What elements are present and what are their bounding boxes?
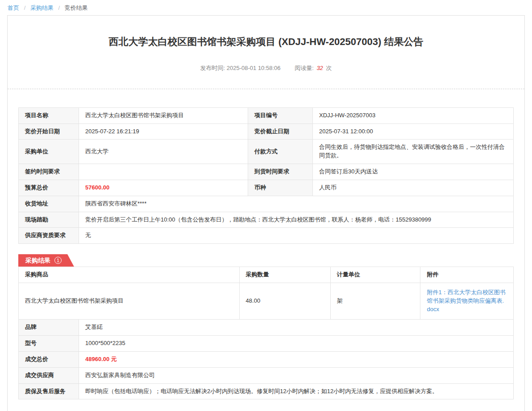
project-name-label: 项目名称: [19, 107, 79, 123]
result-badge-count: 1: [54, 257, 62, 264]
site-survey-value: 竞价开启后第三个工作日上午10:00（包含公告发布日），踏勘地点：西北大学太白校…: [79, 212, 514, 228]
views: 阅读量: 32 次: [295, 65, 332, 71]
project-number-value: XDJJ-HW-202507003: [313, 107, 514, 123]
table-row: 成交供应商 西安弘新家具制造有限公司: [19, 367, 514, 383]
breadcrumb-link-home[interactable]: 首页: [8, 4, 19, 11]
table-row: 采购单位 西北大学 付款方式 合同生效后，待货物到达指定地点、安装调试验收合格后…: [19, 140, 514, 164]
bid-start-date-label: 竞价开始日期: [19, 123, 79, 140]
signing-time-value: [79, 164, 248, 180]
purchasing-unit-label: 采购单位: [19, 140, 79, 164]
views-label: 阅读量:: [295, 65, 314, 71]
delivery-time-value: 合同签订后30天内送达: [313, 164, 514, 180]
procurement-result-table: 采购商品 采购数量 计量单位 附件 西北大学太白校区图书馆书架采购项目 48.0…: [18, 267, 514, 320]
breadcrumb-current-bidding-results: 竞价结果: [65, 4, 88, 11]
table-row: 品牌 艾基鍩: [19, 320, 514, 336]
attachment-cell: 附件1：西北大学太白校区图书馆书架采购货物类响应偏离表.docx: [420, 283, 514, 320]
table-row: 现场踏勘 竞价开启后第三个工作日上午10:00（包含公告发布日），踏勘地点：西北…: [19, 212, 514, 228]
currency-value: 人民币: [313, 180, 514, 196]
table-row: 西北大学太白校区图书馆书架采购项目 48.00 架 附件1：西北大学太白校区图书…: [19, 283, 514, 320]
views-unit: 次: [326, 65, 332, 71]
table-header-row: 采购商品 采购数量 计量单位 附件: [19, 267, 514, 283]
result-badge-label: 采购结果: [25, 256, 50, 264]
winning-supplier-value: 西安弘新家具制造有限公司: [79, 367, 514, 383]
breadcrumb-separator: /: [24, 4, 26, 11]
bid-end-date-label: 竞价截止日期: [248, 123, 313, 140]
project-number-label: 项目编号: [248, 107, 313, 123]
payment-method-value: 合同生效后，待货物到达指定地点、安装调试验收合格后，一次性付清合同货款。: [313, 140, 514, 164]
page-title: 西北大学太白校区图书馆书架采购项目 (XDJJ-HW-202507003) 结果…: [36, 35, 496, 49]
unit-cell: 架: [330, 283, 420, 320]
budget-total-label: 预算总价: [19, 180, 79, 196]
breadcrumb-link-procurement-results[interactable]: 采购结果: [30, 4, 54, 11]
publish-time-value: 2025-08-01 10:58:06: [227, 65, 281, 71]
currency-label: 币种: [248, 180, 313, 196]
supplier-qualification-value: 无: [79, 228, 514, 244]
procurement-result-badge: 采购结果 1: [18, 254, 74, 267]
attachment-column-header: 附件: [420, 267, 514, 283]
brand-label: 品牌: [19, 320, 79, 336]
supplier-qualification-label: 供应商资质要求: [19, 228, 79, 244]
payment-method-label: 付款方式: [248, 140, 313, 164]
quantity-column-header: 采购数量: [239, 267, 330, 283]
table-row: 项目名称 西北大学太白校区图书馆书架采购项目 项目编号 XDJJ-HW-2025…: [19, 107, 514, 123]
deal-total-price-value: 48960.00 元: [79, 351, 514, 367]
delivery-time-label: 到货时间要求: [248, 164, 313, 180]
product-cell: 西北大学太白校区图书馆书架采购项目: [19, 283, 240, 320]
table-row: 供应商资质要求 无: [19, 228, 514, 244]
quantity-cell: 48.00: [239, 283, 330, 320]
announcement-card: 西北大学太白校区图书馆书架采购项目 (XDJJ-HW-202507003) 结果…: [7, 15, 525, 411]
brand-value: 艾基鍩: [79, 320, 514, 336]
site-survey-label: 现场踏勘: [19, 212, 79, 228]
table-row: 质保及售后服务 即时响应（包括电话响应）；电话响应无法解决2小时内到达现场。修复…: [19, 383, 514, 399]
deal-total-price-label: 成交总价: [19, 351, 79, 367]
purchasing-unit-value: 西北大学: [79, 140, 248, 164]
breadcrumb-separator: /: [58, 4, 60, 11]
delivery-address-value: 陕西省西安市碑林区****: [79, 196, 514, 212]
warranty-service-label: 质保及售后服务: [19, 383, 79, 399]
table-row: 成交总价 48960.00 元: [19, 351, 514, 367]
table-row: 签约时间要求 到货时间要求 合同签订后30天内送达: [19, 164, 514, 180]
model-label: 型号: [19, 335, 79, 351]
delivery-address-label: 收货地址: [19, 196, 79, 212]
publish-meta: 发布时间: 2025-08-01 10:58:06 阅读量: 32 次: [18, 64, 514, 72]
project-name-value: 西北大学太白校区图书馆书架采购项目: [79, 107, 248, 123]
publish-time-label: 发布时间:: [200, 65, 225, 71]
dashed-divider: [8, 89, 524, 89]
attachment-link[interactable]: 附件1：西北大学太白校区图书馆书架采购货物类响应偏离表.docx: [427, 289, 505, 312]
bid-start-date-value: 2025-07-22 16:21:19: [79, 123, 248, 140]
bid-end-date-value: 2025-07-31 12:00:00: [313, 123, 514, 140]
product-column-header: 采购商品: [19, 267, 240, 283]
winning-supplier-label: 成交供应商: [19, 367, 79, 383]
table-row: 竞价开始日期 2025-07-22 16:21:19 竞价截止日期 2025-0…: [19, 123, 514, 140]
project-info-table: 项目名称 西北大学太白校区图书馆书架采购项目 项目编号 XDJJ-HW-2025…: [18, 107, 514, 244]
views-count: 32: [316, 65, 323, 71]
table-row: 型号 1000*500*2235: [19, 335, 514, 351]
table-row: 收货地址 陕西省西安市碑林区****: [19, 196, 514, 212]
publish-time: 发布时间: 2025-08-01 10:58:06: [200, 65, 283, 71]
warranty-service-value: 即时响应（包括电话响应）；电话响应无法解决2小时内到达现场。修复时间12小时内解…: [79, 383, 514, 399]
table-row: 预算总价 57600.00 币种 人民币: [19, 180, 514, 196]
breadcrumb: 首页 / 采购结果 / 竞价结果: [0, 0, 532, 15]
signing-time-label: 签约时间要求: [19, 164, 79, 180]
deal-detail-table: 品牌 艾基鍩 型号 1000*500*2235 成交总价 48960.00 元 …: [18, 319, 514, 399]
model-value: 1000*500*2235: [79, 335, 514, 351]
unit-column-header: 计量单位: [330, 267, 420, 283]
budget-total-value: 57600.00: [79, 180, 248, 196]
